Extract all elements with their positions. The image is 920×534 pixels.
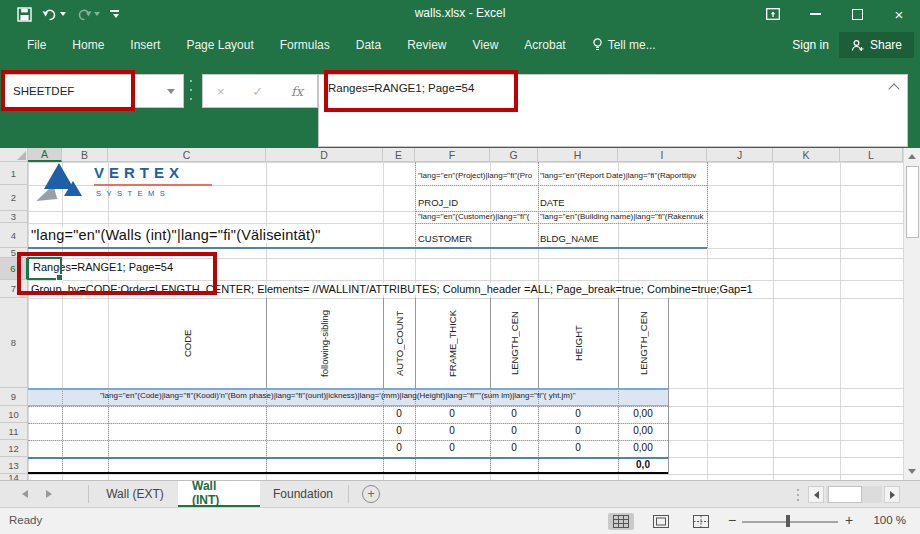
tab-home[interactable]: Home [59, 32, 117, 58]
cell-I13-total[interactable]: 0,0 [623, 459, 663, 470]
cell-H3[interactable]: "lang="en"(Building name)|lang="fi"(Rake… [540, 212, 706, 221]
row-header-10[interactable]: 10 [0, 406, 28, 423]
ribbon-display-options-icon[interactable] [752, 0, 794, 28]
cell-E12[interactable]: 0 [379, 442, 419, 453]
column-header-H[interactable]: H [538, 148, 618, 162]
row-header-2[interactable]: 2 [0, 185, 28, 211]
spreadsheet-grid[interactable]: VERTEX SYSTEMS "lang="en"(Project)|lang=… [0, 148, 903, 480]
insert-function-icon[interactable]: fx [291, 84, 303, 99]
hscroll-left-icon[interactable] [808, 486, 824, 503]
row-header-14[interactable]: 14 [0, 474, 28, 480]
status-mode: Ready [9, 514, 42, 526]
row-header-4[interactable]: 4 [0, 223, 28, 248]
cell-H12[interactable]: 0 [558, 442, 598, 453]
zoom-in-icon[interactable]: + [845, 512, 853, 528]
sheet-tab-foundation[interactable]: Foundation [260, 481, 346, 507]
new-sheet-icon[interactable]: + [362, 485, 380, 503]
rotated-header-height[interactable]: HEIGHT [571, 299, 585, 387]
vertical-scrollbar[interactable] [903, 148, 920, 480]
zoom-slider-thumb[interactable] [786, 515, 790, 527]
column-header-L[interactable]: L [840, 148, 903, 162]
cell-G12[interactable]: 0 [494, 442, 534, 453]
cell-H10[interactable]: 0 [558, 408, 598, 419]
cell-H1[interactable]: "lang="en"(Report Date)|lang="fi"(Raport… [540, 171, 706, 180]
tab-data[interactable]: Data [343, 32, 394, 58]
cell-I11[interactable]: 0,00 [623, 425, 663, 436]
horizontal-scrollbar-thumb[interactable] [828, 486, 862, 503]
cell-F3[interactable]: "lang="en"(Customer)|lang="fi"( [418, 212, 537, 221]
rotated-header-length-cen-2[interactable]: LENGTH_CEN [636, 299, 650, 387]
cell-F12[interactable]: 0 [432, 442, 472, 453]
minimize-icon[interactable] [794, 0, 836, 28]
scroll-up-icon[interactable] [908, 154, 916, 159]
column-header-K[interactable]: K [773, 148, 840, 162]
cell-G10[interactable]: 0 [494, 408, 534, 419]
collapse-formula-bar-icon[interactable] [888, 83, 899, 94]
tab-formulas[interactable]: Formulas [267, 32, 343, 58]
column-header-G[interactable]: G [490, 148, 538, 162]
cell-G11[interactable]: 0 [494, 425, 534, 436]
maximize-icon[interactable] [836, 0, 878, 28]
zoom-slider-track[interactable] [742, 521, 838, 523]
column-header-D[interactable]: D [266, 148, 383, 162]
tab-page-layout[interactable]: Page Layout [173, 32, 266, 58]
name-box-dropdown-icon[interactable] [167, 89, 175, 94]
cell-F10[interactable]: 0 [432, 408, 472, 419]
vertical-scrollbar-thumb[interactable] [906, 166, 919, 238]
tab-insert[interactable]: Insert [117, 32, 173, 58]
cell-F1[interactable]: "lang="en"(Project)|lang="fi"(Pro [418, 171, 537, 180]
cell-F11[interactable]: 0 [432, 425, 472, 436]
row-header-9[interactable]: 9 [0, 388, 28, 406]
page-layout-view-icon[interactable] [648, 513, 674, 530]
cell-I12[interactable]: 0,00 [623, 442, 663, 453]
cell-H2[interactable]: DATE [540, 197, 565, 208]
tell-me-box[interactable]: Tell me... [579, 32, 669, 58]
sign-in-link[interactable]: Sign in [792, 38, 829, 52]
row-header-3[interactable]: 3 [0, 211, 28, 223]
cell-A4-sheet-title[interactable]: "lang="en"(Walls (int)"|lang="fi"(Välise… [31, 227, 321, 243]
cell-F4[interactable]: CUSTOMER [418, 233, 472, 244]
tab-acrobat[interactable]: Acrobat [511, 32, 578, 58]
select-all-corner[interactable] [0, 148, 28, 162]
row-header-1[interactable]: 1 [0, 162, 28, 185]
hscroll-right-icon[interactable] [884, 486, 900, 503]
status-bar: Ready − + 100 % [0, 507, 920, 534]
normal-view-icon[interactable] [608, 513, 634, 530]
page-break-preview-icon[interactable] [688, 513, 714, 530]
sheet-tab-wall-int[interactable]: Wall (INT) [178, 481, 260, 507]
column-header-E[interactable]: E [383, 148, 415, 162]
row-header-8[interactable]: 8 [0, 298, 28, 388]
zoom-level[interactable]: 100 % [862, 514, 906, 526]
cell-H4[interactable]: BLDG_NAME [540, 233, 599, 244]
sheet-tab-wall-ext[interactable]: Wall (EXT) [92, 481, 178, 507]
tab-review[interactable]: Review [394, 32, 459, 58]
sheet-nav-left-icon[interactable] [22, 490, 28, 498]
rotated-header-length-cen-1[interactable]: LENGTH_CEN [507, 299, 521, 387]
cell-F2[interactable]: PROJ_ID [418, 197, 458, 208]
zoom-out-icon[interactable]: − [728, 512, 736, 528]
scroll-down-icon[interactable] [908, 469, 916, 474]
tab-view[interactable]: View [460, 32, 512, 58]
cell-E11[interactable]: 0 [379, 425, 419, 436]
cell-row9-labels[interactable]: "lang="en"(Code)|lang="fi"(Koodi)'n"(Bom… [100, 391, 666, 400]
column-header-J[interactable]: J [707, 148, 773, 162]
cell-E10[interactable]: 0 [379, 408, 419, 419]
table-border [538, 298, 539, 388]
rotated-header-following-sibling[interactable]: following-sibling [317, 299, 331, 387]
rotated-header-auto-count[interactable]: AUTO_COUNT [392, 299, 406, 387]
column-header-I[interactable]: I [618, 148, 707, 162]
row-header-11[interactable]: 11 [0, 423, 28, 440]
rotated-header-frame-thick[interactable]: FRAME_THICK [445, 299, 459, 387]
row-header-12[interactable]: 12 [0, 440, 28, 457]
rotated-header-code[interactable]: CODE [180, 299, 194, 387]
cell-H11[interactable]: 0 [558, 425, 598, 436]
column-header-C[interactable]: C [108, 148, 266, 162]
tab-file[interactable]: File [14, 32, 59, 58]
cell-I10[interactable]: 0,00 [623, 408, 663, 419]
sheet-nav-right-icon[interactable] [46, 490, 52, 498]
close-icon[interactable]: × [878, 0, 920, 28]
column-header-F[interactable]: F [415, 148, 490, 162]
column-header-B[interactable]: B [62, 148, 108, 162]
column-header-A[interactable]: A [28, 148, 62, 162]
share-button[interactable]: Share [839, 32, 914, 58]
